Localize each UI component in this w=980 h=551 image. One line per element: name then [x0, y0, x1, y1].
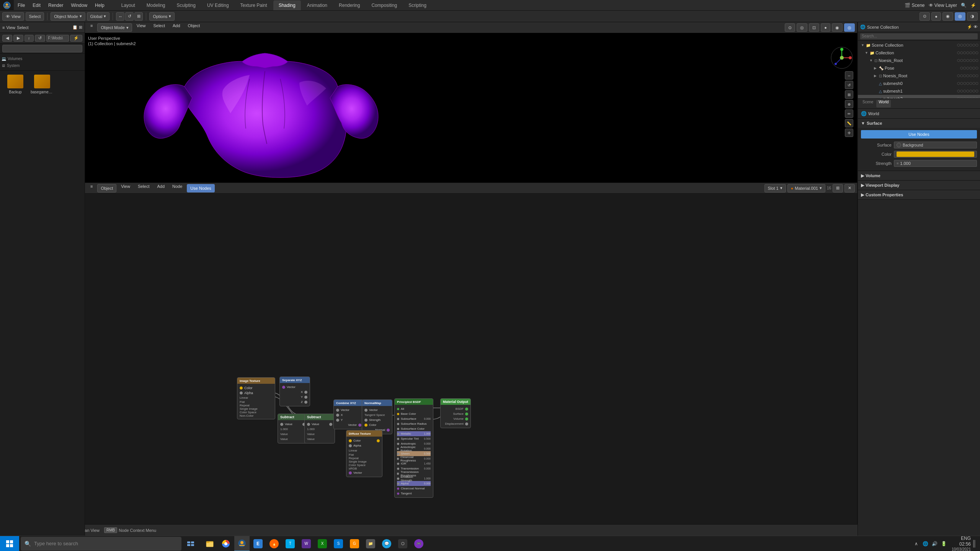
- taskbar-app11[interactable]: 🎮: [411, 536, 426, 551]
- strength-prop-value[interactable]: ≡ 1.000: [894, 160, 977, 167]
- tray-battery[interactable]: 🔋: [940, 540, 948, 548]
- file-item-basegame[interactable]: basegame_F...: [31, 75, 54, 94]
- taskbar-explorer[interactable]: [202, 536, 217, 551]
- vp-xray-toggle[interactable]: ⊡: [809, 23, 819, 32]
- tab-uv-editing[interactable]: UV Editing: [202, 0, 234, 10]
- ne-material-btn[interactable]: ● Material.001 ▾: [787, 184, 825, 192]
- lp-select-btn[interactable]: Select: [17, 25, 29, 30]
- transform-rotate-btn[interactable]: ↺: [125, 12, 134, 21]
- object-mode-btn[interactable]: Object Mode ▾: [51, 12, 85, 21]
- tab-animation[interactable]: Animation: [302, 0, 333, 10]
- node-editor-canvas[interactable]: Image Texture Color Alpha Linear Flat Re…: [85, 194, 857, 530]
- ne-menu-icon[interactable]: ≡: [87, 184, 96, 192]
- outliner-search-input[interactable]: [860, 33, 978, 39]
- viewport-canvas[interactable]: User Perspective (1) Collection | submes…: [85, 33, 857, 183]
- node-separator[interactable]: Separate XYZ Vector X Y Z: [279, 377, 310, 406]
- filter-icon[interactable]: ⚡: [970, 3, 976, 8]
- taskbar-browser[interactable]: [218, 536, 234, 551]
- node-normal-map[interactable]: NormalMap Vector Tangent Space Strength …: [362, 399, 392, 434]
- tab-sculpting[interactable]: Sculpting: [172, 0, 201, 10]
- tool-scale[interactable]: ⊞: [845, 90, 853, 99]
- outliner-filter-icon[interactable]: ⚡: [967, 24, 972, 29]
- taskbar-app8[interactable]: 📁: [363, 536, 378, 551]
- node-principled-bsdf[interactable]: Principled BSDF All Base Color Subsurfac…: [394, 398, 433, 498]
- tree-noesis-root-1[interactable]: ▼ ⊡ Noesis_Root ⬡⬡⬡⬡⬡⬡⬡: [858, 57, 980, 64]
- tree-submesh0[interactable]: △ submesh0 ⬡⬡⬡⬡⬡⬡⬡: [858, 80, 980, 87]
- options-btn[interactable]: Options ▾: [149, 12, 175, 21]
- tree-scene-collection[interactable]: ▼ 📁 Scene Collection ⬡⬡⬡⬡⬡⬡⬡: [858, 41, 980, 49]
- global-btn[interactable]: Global ▾: [87, 12, 110, 21]
- vp-overlay-toggle[interactable]: ◎: [797, 23, 807, 32]
- surface-prop-value[interactable]: Background: [894, 142, 977, 148]
- overlay-btn[interactable]: ⊙: [920, 12, 930, 21]
- outliner-viewlayer-icon[interactable]: 👁: [973, 24, 978, 29]
- toolbar-select-btn[interactable]: Select: [26, 12, 44, 21]
- taskbar-app10[interactable]: ⬡: [395, 536, 410, 551]
- menu-edit[interactable]: Edit: [29, 0, 44, 11]
- ne-use-nodes-btn[interactable]: Use Nodes: [187, 184, 214, 192]
- props-tab-world[interactable]: World: [876, 100, 891, 108]
- vp-render-shade[interactable]: ◎: [844, 23, 855, 32]
- vp-object-mode[interactable]: Object Mode ▾: [97, 23, 132, 32]
- tree-collection[interactable]: ▼ 📁 Collection ⬡⬡⬡⬡⬡⬡⬡: [858, 49, 980, 57]
- tool-move[interactable]: ↔: [845, 71, 853, 80]
- menu-render[interactable]: Render: [44, 0, 67, 11]
- node-material-output[interactable]: Material Output BSDF Surface Volume Disp…: [440, 398, 471, 428]
- taskbar-app2[interactable]: 🔥: [266, 536, 282, 551]
- tray-arrow[interactable]: ∧: [913, 540, 920, 548]
- tree-submesh1[interactable]: △ submesh1 ⬡⬡⬡⬡⬡⬡⬡: [858, 87, 980, 95]
- start-button[interactable]: [0, 536, 19, 551]
- ne-object-btn[interactable]: Object: [97, 184, 116, 192]
- task-view-btn[interactable]: [183, 536, 198, 551]
- tab-shading[interactable]: Shading: [273, 0, 301, 10]
- vp-solid-shade[interactable]: ●: [821, 23, 830, 32]
- lp-icon1[interactable]: 📋: [72, 25, 78, 30]
- vp-object-btn[interactable]: Object: [185, 23, 203, 32]
- use-nodes-button[interactable]: Use Nodes: [861, 130, 977, 139]
- tool-measure[interactable]: 📏: [845, 119, 853, 127]
- file-path-input[interactable]: F:\Mods\: [46, 35, 69, 42]
- lp-reload-btn[interactable]: ↺: [35, 35, 45, 42]
- file-search-input[interactable]: [2, 45, 82, 52]
- tree-pose[interactable]: ▶ 🦴 Pose ⬡⬡⬡⬡⬡⬡: [858, 64, 980, 72]
- tree-noesis-root-2[interactable]: ▶ ⊡ Noesis_Root ⬡⬡⬡⬡⬡⬡⬡: [858, 72, 980, 80]
- lp-fwd-btn[interactable]: ▶: [13, 35, 23, 42]
- surface-section-header[interactable]: ▼ Surface: [858, 119, 980, 128]
- toolbar-view-btn[interactable]: 👁 View: [2, 12, 24, 21]
- menu-file[interactable]: File: [14, 0, 29, 11]
- custom-props-header[interactable]: ▶ Custom Properties: [858, 190, 980, 199]
- node-subtract-1[interactable]: Subtract Value 1.000 Value Value: [278, 414, 308, 443]
- taskbar-app6[interactable]: S: [331, 536, 346, 551]
- menu-window[interactable]: Window: [67, 0, 91, 11]
- transform-scale-btn[interactable]: ⊞: [134, 12, 143, 21]
- tab-layout[interactable]: Layout: [116, 0, 140, 10]
- taskbar-app7[interactable]: G: [347, 536, 362, 551]
- volumes-item[interactable]: 💻 Volumes: [2, 55, 83, 62]
- tool-rotate[interactable]: ↺: [845, 81, 853, 89]
- taskbar-app1[interactable]: E: [250, 536, 266, 551]
- lp-icon2[interactable]: ⊞: [79, 25, 82, 30]
- search-icon-top[interactable]: 🔍: [961, 3, 967, 8]
- ne-node-btn[interactable]: Node: [169, 184, 185, 192]
- ne-add-btn[interactable]: Add: [154, 184, 168, 192]
- ne-view-toggle[interactable]: ⊞: [833, 184, 843, 192]
- vp-material-shade[interactable]: ◉: [832, 23, 843, 32]
- tool-cursor[interactable]: ✛: [845, 129, 853, 137]
- clock-area[interactable]: ENG 02:56 10/03/2021: [952, 536, 971, 551]
- viewport-shading-rendered[interactable]: ◎: [955, 12, 965, 21]
- tool-transform[interactable]: ⊕: [845, 100, 853, 108]
- transform-move-btn[interactable]: ↔: [116, 12, 124, 21]
- viewport-shading-solid[interactable]: ●: [931, 12, 941, 21]
- ne-slot-btn[interactable]: Slot 1 ▾: [764, 184, 786, 192]
- tab-rendering[interactable]: Rendering: [333, 0, 365, 10]
- props-tab-scene[interactable]: Scene: [860, 100, 875, 108]
- tray-volume[interactable]: 🔊: [931, 540, 939, 548]
- color-prop-value[interactable]: [894, 151, 977, 158]
- node-diffuse-texture[interactable]: Diffuse Texture Color Alpha Linear Flat …: [346, 430, 382, 477]
- lp-filter-btn[interactable]: ⚡: [70, 35, 82, 42]
- vp-menu-icon[interactable]: ≡: [87, 23, 96, 32]
- tab-compositing[interactable]: Compositing: [366, 0, 402, 10]
- tab-scripting[interactable]: Scripting: [403, 0, 432, 10]
- node-subtract-2[interactable]: Subtract Value 1.000 Value Value: [304, 414, 335, 443]
- ne-select-btn[interactable]: Select: [135, 184, 153, 192]
